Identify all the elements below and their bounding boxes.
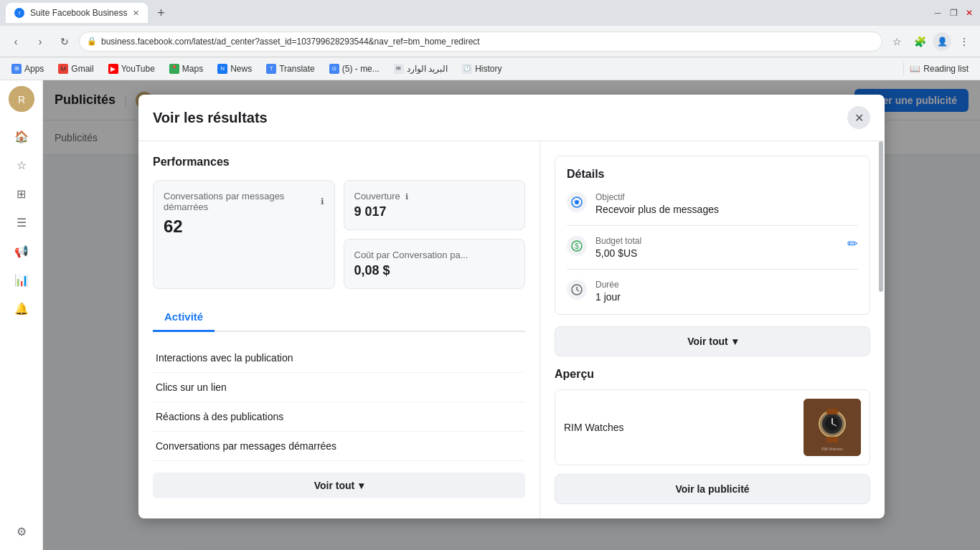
gmail-icon: M [58, 64, 68, 74]
budget-icon: $ [567, 236, 587, 256]
tab-close-button[interactable]: ✕ [133, 9, 139, 18]
fb-main: Publicités | R Rings ▾ Créer une publici… [43, 80, 980, 550]
tab-favicon: f [14, 8, 24, 18]
voir-tout-details-label: Voir tout [687, 336, 728, 347]
reading-list-button[interactable]: 📖 Reading list [903, 62, 974, 75]
news-icon: N [217, 64, 227, 74]
address-bar[interactable]: 🔒 business.facebook.com/latest/ad_center… [79, 32, 882, 52]
window-close-button[interactable]: ✕ [964, 8, 974, 18]
activity-item-conversations[interactable]: Conversations par messages démarrées [153, 432, 525, 461]
details-title: Détails [567, 168, 858, 181]
apercu-product-image: RIM Watches [804, 399, 861, 456]
modal-body: Performances Conversations par messages … [138, 141, 885, 518]
browser-titlebar: f Suite Facebook Business ✕ + ─ ❐ ✕ [0, 0, 980, 26]
apercu-card: RIM Watches [555, 389, 870, 465]
modal-overlay: Voir les résultats ✕ Performances Conver… [43, 80, 980, 550]
svg-rect-20 [826, 409, 838, 414]
modal-close-button[interactable]: ✕ [847, 106, 870, 129]
couverture-info-icon[interactable]: ℹ [405, 192, 408, 201]
objectif-row: Objectif Recevoir plus de messages [567, 192, 858, 226]
modal-header: Voir les résultats ✕ [138, 95, 885, 141]
voir-tout-details-button[interactable]: Voir tout ▾ [555, 326, 870, 356]
sidebar-grid-icon[interactable]: ⊞ [9, 181, 34, 207]
bookmark-email[interactable]: ✉ البريد الوارد [388, 62, 453, 75]
reading-list-label: Reading list [923, 64, 969, 74]
cout-value: 0,08 $ [354, 263, 515, 278]
window-minimize-button[interactable]: ─ [933, 8, 943, 18]
menu-dots-icon[interactable]: ⋮ [954, 32, 974, 52]
right-stats: Couverture ℹ 9 017 Coût par Conversation… [344, 180, 526, 289]
reload-button[interactable]: ↻ [55, 32, 75, 52]
scrollbar[interactable] [879, 141, 883, 292]
apercu-section: Aperçu RIM Watches [555, 368, 870, 504]
cout-label: Coût par Conversation pa... [354, 250, 515, 260]
budget-content: Budget total 5,00 $US [595, 236, 839, 259]
modal-right-panel: Détails Objectif Recevoir plus de messag… [540, 141, 885, 518]
sidebar-settings-icon[interactable]: ⚙ [9, 518, 34, 544]
browser-toolbar: ‹ › ↻ 🔒 business.facebook.com/latest/ad_… [0, 26, 980, 57]
bookmark-history[interactable]: 🕐 History [456, 62, 507, 75]
bookmark-gmail[interactable]: M Gmail [52, 62, 99, 75]
forward-button[interactable]: › [30, 32, 50, 52]
browser-tab[interactable]: f Suite Facebook Business ✕ [6, 3, 148, 23]
sidebar-alert-icon[interactable]: 🔔 [9, 295, 34, 321]
svg-rect-19 [826, 437, 838, 442]
modal-title: Voir les résultats [153, 110, 268, 126]
bookmark-apps[interactable]: ⊞ Apps [6, 62, 50, 75]
svg-point-7 [575, 200, 579, 204]
window-restore-button[interactable]: ❐ [948, 8, 958, 18]
url-text: business.facebook.com/latest/ad_center?a… [101, 37, 480, 47]
couverture-stat-card: Couverture ℹ 9 017 [344, 180, 526, 230]
performances-title: Performances [153, 156, 525, 169]
voir-tout-bottom-button[interactable]: Voir tout ▾ [153, 473, 525, 498]
apercu-title: Aperçu [555, 368, 870, 381]
extension-puzzle-icon[interactable]: 🧩 [910, 32, 930, 52]
bookmark-google[interactable]: G (5) - me... [324, 62, 385, 75]
budget-label: Budget total [595, 236, 839, 246]
conversations-label: Conversations par messages démarrées ℹ [164, 191, 324, 212]
sidebar-star-icon[interactable]: ☆ [9, 152, 34, 178]
back-button[interactable]: ‹ [6, 32, 26, 52]
budget-row: $ Budget total 5,00 $US ✏ [567, 236, 858, 270]
security-icon: 🔒 [87, 37, 97, 46]
budget-edit-icon[interactable]: ✏ [847, 236, 858, 252]
budget-value: 5,00 $US [595, 247, 839, 259]
sidebar-chart-icon[interactable]: 📊 [9, 267, 34, 293]
activity-item-clics[interactable]: Clics sur un lien [153, 373, 525, 402]
sidebar-ads-icon[interactable]: 📢 [9, 238, 34, 264]
sidebar-home-icon[interactable]: 🏠 [9, 123, 34, 149]
bookmark-email-label: البريد الوارد [407, 64, 448, 74]
bookmark-maps[interactable]: 📍 Maps [164, 62, 209, 75]
activity-tab-bar: Activité [153, 303, 525, 332]
bookmark-star-icon[interactable]: ☆ [887, 32, 907, 52]
info-icon[interactable]: ℹ [321, 196, 324, 207]
bookmark-news-label: News [230, 64, 252, 74]
activity-item-interactions[interactable]: Interactions avec la publication [153, 343, 525, 373]
bookmark-translate[interactable]: T Translate [260, 62, 321, 75]
facebook-app: R 🏠 ☆ ⊞ ☰ 📢 📊 🔔 ⚙ Publicités | R Rings ▾… [0, 80, 980, 550]
tab-activite[interactable]: Activité [153, 303, 215, 332]
reading-list-icon: 📖 [910, 64, 920, 74]
cout-stat-card: Coût par Conversation pa... 0,08 $ [344, 239, 526, 289]
bookmark-youtube[interactable]: ▶ YouTube [103, 62, 161, 75]
activity-item-reactions[interactable]: Réactions à des publications [153, 402, 525, 432]
duree-icon [567, 280, 587, 300]
profile-avatar-icon[interactable]: 👤 [933, 32, 951, 51]
chevron-down-icon: ▾ [359, 480, 364, 491]
objectif-label: Objectif [595, 192, 858, 202]
couverture-label: Couverture ℹ [354, 191, 515, 201]
bookmark-news[interactable]: N News [212, 62, 258, 75]
maps-icon: 📍 [169, 64, 179, 74]
bookmark-gmail-label: Gmail [71, 64, 93, 74]
window-controls: ─ ❐ ✕ [933, 8, 974, 18]
objectif-content: Objectif Recevoir plus de messages [595, 192, 858, 215]
sidebar-avatar[interactable]: R [9, 86, 34, 112]
conversations-stat-card: Conversations par messages démarrées ℹ 6… [153, 180, 335, 289]
voir-publicite-button[interactable]: Voir la publicité [555, 474, 870, 504]
bookmark-history-label: History [475, 64, 501, 74]
apercu-product-name: RIM Watches [564, 422, 624, 433]
new-tab-button[interactable]: + [151, 3, 171, 23]
bookmarks-bar: ⊞ Apps M Gmail ▶ YouTube 📍 Maps N News T… [0, 57, 980, 80]
sidebar-list-icon[interactable]: ☰ [9, 209, 34, 235]
google-icon: G [329, 64, 339, 74]
